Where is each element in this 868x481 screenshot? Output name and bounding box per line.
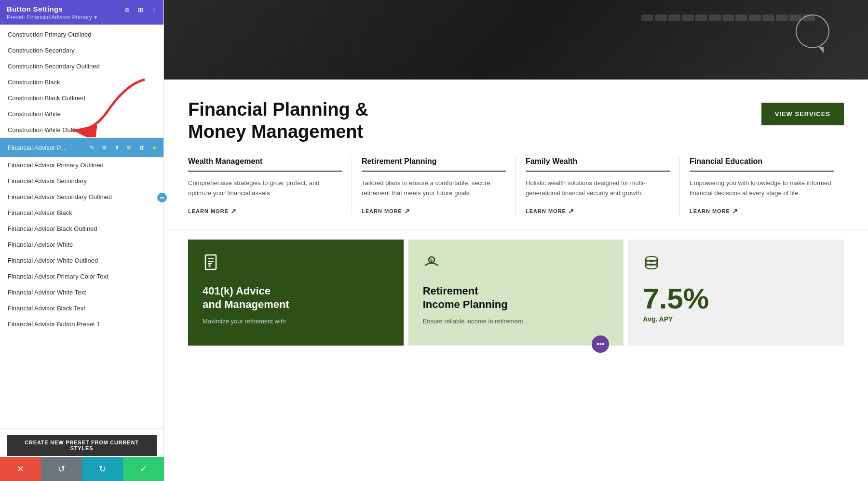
x-icon: ✕ (17, 464, 24, 474)
service-name-0: Wealth Management (188, 157, 342, 172)
preset-item-financial-advisor-white-text[interactable]: Financial Advisor White Text (0, 284, 163, 300)
active-preset-label: Financial Advisor P... (8, 144, 86, 151)
purple-dot: ••• (592, 335, 609, 353)
target-icon[interactable]: ⊕ (122, 5, 132, 14)
preset-item-financial-advisor-white[interactable]: Financial Advisor White (0, 237, 163, 253)
preset-item-financial-advisor-secondary[interactable]: Financial Advisor Secondary (0, 173, 163, 189)
preset-item-financial-advisor-black[interactable]: Financial Advisor Black (0, 205, 163, 221)
fp-title: Financial Planning & Money Management (188, 99, 368, 143)
cards-section: $ 401(k) Adviceand Management Maximize y… (164, 230, 868, 346)
active-preset-icons: ✎ ⚙ ⬆ ⧉ 🗑 ★ (86, 142, 160, 153)
more-icon[interactable]: ⋮ (149, 5, 159, 14)
create-preset-button[interactable]: CREATE NEW PRESET FROM CURRENT STYLES (7, 435, 157, 456)
preset-item-construction-primary-outlined[interactable]: Construction Primary Outlined (0, 27, 163, 42)
card-401k: $ 401(k) Adviceand Management Maximize y… (188, 240, 404, 346)
preset-item-financial-advisor-white-outlined[interactable]: Financial Advisor White Outlined (0, 253, 163, 268)
undo-icon: ↺ (58, 464, 65, 474)
confirm-button[interactable]: ✓ (123, 457, 164, 481)
card-401k-title: 401(k) Adviceand Management (203, 284, 389, 312)
service-col-0: Wealth Management Comprehensive strategi… (188, 157, 352, 215)
svg-text:$: $ (208, 263, 211, 268)
service-desc-3: Empowering you with knowledge to make in… (690, 178, 834, 199)
expand-collapse-button[interactable]: ⇔ (157, 193, 167, 202)
learn-more-link-0[interactable]: LEARN MORE ↗ (188, 207, 342, 215)
grid-icon[interactable]: ⊞ (136, 5, 145, 14)
preset-item-construction-secondary-outlined[interactable]: Construction Secondary Outlined (0, 58, 163, 74)
card-apy: 7.5% Avg. APY (628, 240, 844, 346)
learn-more-link-2[interactable]: LEARN MORE ↗ (526, 207, 670, 215)
settings-icon[interactable]: ⚙ (99, 142, 109, 153)
main-content: Financial Planning & Money Management VI… (164, 0, 868, 481)
preset-item-construction-white[interactable]: Construction White (0, 106, 163, 122)
service-name-1: Retirement Planning (362, 157, 506, 172)
learn-more-link-1[interactable]: LEARN MORE ↗ (362, 207, 506, 215)
trash-icon[interactable]: 🗑 (136, 142, 147, 153)
service-name-3: Financial Education (690, 157, 834, 172)
preset-label: Preset: Financial Advisor Primary (7, 14, 92, 21)
preset-selector[interactable]: Preset: Financial Advisor Primary ▾ (7, 14, 99, 21)
preset-item-financial-advisor-black-text[interactable]: Financial Advisor Black Text (0, 300, 163, 316)
card-retirement-title: RetirementIncome Planning (423, 284, 610, 312)
document-icon: $ (203, 254, 389, 275)
hero-section (164, 0, 868, 80)
arrow-icon-1: ↗ (404, 207, 410, 215)
fp-section: Financial Planning & Money Management VI… (164, 80, 868, 157)
service-desc-0: Comprehensive strategies to grow, protec… (188, 178, 342, 199)
chat-bubble (796, 14, 829, 48)
copy-icon[interactable]: ⧉ (124, 142, 135, 153)
redo-icon: ↻ (99, 464, 106, 474)
service-col-1: Retirement Planning Tailored plans to en… (352, 157, 516, 215)
fp-title-line1: Financial Planning & (188, 99, 368, 120)
fp-title-line2: Money Management (188, 121, 363, 142)
service-desc-2: Holistic wealth solutions designed for m… (526, 178, 670, 199)
preset-item-financial-advisor-secondary-outlined[interactable]: Financial Advisor Secondary Outlined (0, 189, 163, 205)
learn-more-link-3[interactable]: LEARN MORE ↗ (690, 207, 834, 215)
arrow-icon-0: ↗ (231, 207, 237, 215)
check-icon: ✓ (140, 464, 147, 474)
star-icon[interactable]: ★ (149, 142, 160, 153)
preset-item-financial-advisor-black-outlined[interactable]: Financial Advisor Black Outlined (0, 221, 163, 237)
service-desc-1: Tailored plans to ensure a comfortable, … (362, 178, 506, 199)
pencil-icon[interactable]: ✎ (86, 142, 97, 153)
arrow-icon-3: ↗ (732, 207, 738, 215)
card-retirement-desc: Ensure reliable income in retirement. (423, 317, 610, 326)
money-hand-icon: $ (423, 254, 610, 275)
header-icons: ⊕ ⊞ ⋮ (122, 5, 159, 14)
apy-number: 7.5% (643, 284, 829, 313)
preset-item-construction-black-outlined[interactable]: Construction Black Outlined (0, 90, 163, 106)
preset-item-construction-white-outlined[interactable]: Construction White Outlined (0, 122, 163, 138)
undo-button[interactable]: ↺ (41, 457, 82, 481)
coins-icon (643, 254, 829, 275)
sidebar-header: Button Settings Preset: Financial Adviso… (0, 0, 163, 25)
services-grid: Wealth Management Comprehensive strategi… (164, 157, 868, 230)
chevron-down-icon: ▾ (94, 14, 97, 21)
service-col-3: Financial Education Empowering you with … (680, 157, 844, 215)
preset-item-financial-advisor-button-preset-1[interactable]: Financial Advisor Button Preset 1 (0, 316, 163, 332)
svg-text:$: $ (430, 258, 433, 263)
upload-icon[interactable]: ⬆ (111, 142, 122, 153)
sidebar-title: Button Settings (7, 5, 99, 13)
card-401k-desc: Maximize your retirement with (203, 317, 389, 326)
redo-button[interactable]: ↻ (82, 457, 123, 481)
cancel-button[interactable]: ✕ (0, 457, 41, 481)
service-col-2: Family Wealth Holistic wealth solutions … (516, 157, 680, 215)
preset-item-construction-secondary[interactable]: Construction Secondary (0, 42, 163, 58)
preset-item-financial-advisor-primary-color-text[interactable]: Financial Advisor Primary Color Text (0, 268, 163, 284)
apy-label: Avg. APY (643, 315, 829, 323)
preset-item-financial-advisor-primary-outlined[interactable]: Financial Advisor Primary Outlined (0, 157, 163, 173)
sidebar: Button Settings Preset: Financial Adviso… (0, 0, 164, 481)
arrow-icon-2: ↗ (568, 207, 574, 215)
bottom-toolbar: ✕ ↺ ↻ ✓ (0, 457, 164, 481)
preset-item-construction-black[interactable]: Construction Black (0, 74, 163, 90)
service-name-2: Family Wealth (526, 157, 670, 172)
view-services-button[interactable]: VIEW SERVICES (761, 103, 844, 125)
card-retirement: $ RetirementIncome Planning Ensure relia… (408, 240, 624, 346)
preset-list: Construction Primary OutlinedConstructio… (0, 25, 163, 428)
preset-item-financial-advisor-primary[interactable]: Financial Advisor P... ✎ ⚙ ⬆ ⧉ 🗑 ★ (0, 138, 163, 157)
